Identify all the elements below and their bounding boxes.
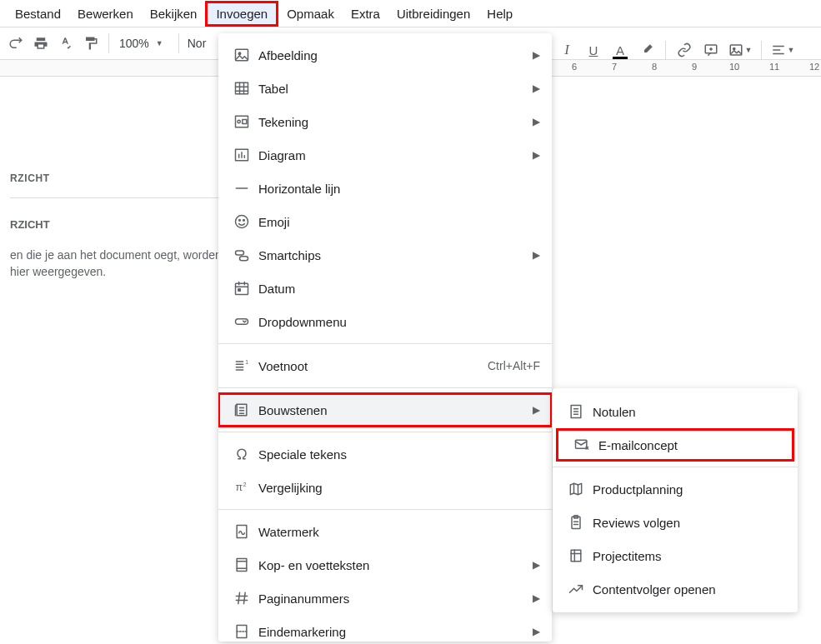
submenu-item-email[interactable]: E-mailconcept — [556, 428, 794, 462]
menu-extra[interactable]: Extra — [343, 3, 388, 24]
menu-item-label: Tekening — [258, 115, 533, 129]
submenu-arrow-icon: ▶ — [533, 249, 540, 261]
paint-format-icon[interactable] — [81, 33, 101, 53]
break-icon — [230, 623, 253, 640]
headers-icon — [230, 557, 253, 573]
insert-menu-item-watermark[interactable]: Watermerk — [218, 515, 552, 548]
menu-help[interactable]: Help — [478, 3, 521, 24]
email-icon — [570, 437, 593, 453]
svg-rect-12 — [236, 251, 244, 255]
svg-point-7 — [238, 120, 240, 122]
menu-bewerken[interactable]: Bewerken — [69, 3, 142, 24]
insert-menu-item-dropdown[interactable]: Dropdownmenu — [218, 305, 552, 338]
menu-item-label: Emoji — [258, 215, 540, 229]
menu-item-label: Tabel — [258, 82, 533, 96]
insert-image-button[interactable]: ▼ — [727, 39, 753, 61]
outline-title-2: RZICHT — [10, 218, 240, 231]
insert-menu-dropdown: Afbeelding▶Tabel▶Tekening▶Diagram▶Horizo… — [218, 33, 552, 642]
zoom-selector[interactable]: 100% ▼ — [119, 37, 168, 50]
insert-menu-item-hr[interactable]: Horizontale lijn — [218, 172, 552, 205]
spellcheck-icon[interactable] — [56, 33, 76, 53]
smartchips-icon — [230, 247, 253, 263]
submenu-arrow-icon: ▶ — [533, 404, 540, 416]
submenu-item-notes[interactable]: Notulen — [553, 395, 798, 428]
insert-menu-item-drawing[interactable]: Tekening▶ — [218, 105, 552, 138]
menu-item-label: Vergelijking — [258, 481, 540, 495]
svg-point-2 — [733, 47, 734, 49]
menu-item-label: Afbeelding — [258, 48, 533, 62]
table-icon — [230, 80, 253, 97]
submenu-item-label: Productplanning — [593, 482, 786, 497]
redo-icon[interactable] — [6, 33, 26, 53]
insert-menu-item-footnote[interactable]: 1VoetnootCtrl+Alt+F — [218, 349, 552, 382]
zoom-value: 100% — [119, 37, 149, 50]
menu-bestand[interactable]: Bestand — [7, 3, 69, 24]
watermark-icon — [230, 523, 253, 540]
insert-menu-item-pi[interactable]: π2Vergelijking — [218, 471, 552, 504]
image-icon — [230, 47, 253, 63]
menubar: BestandBewerkenBekijkenInvoegenOpmaakExt… — [0, 0, 821, 27]
italic-button[interactable]: I — [556, 39, 578, 61]
menu-item-label: Bouwstenen — [258, 403, 533, 417]
hash-icon — [230, 590, 253, 607]
svg-rect-22 — [237, 559, 247, 572]
menu-item-label: Watermerk — [258, 525, 540, 539]
menu-item-label: Eindemarkering — [258, 625, 533, 639]
insert-menu-item-smartchips[interactable]: Smartchips▶ — [218, 238, 552, 272]
submenu-arrow-icon: ▶ — [533, 116, 540, 127]
underline-button[interactable]: U — [583, 39, 604, 61]
submenu-item-project[interactable]: Projectitems — [553, 539, 798, 572]
insert-menu-item-hash[interactable]: Paginanummers▶ — [218, 582, 552, 615]
menu-item-label: Dropdownmenu — [258, 315, 540, 329]
notes-icon — [564, 403, 588, 420]
insert-menu-item-date[interactable]: Datum — [218, 272, 552, 305]
insert-menu-item-table[interactable]: Tabel▶ — [218, 72, 552, 105]
insert-menu-item-chart[interactable]: Diagram▶ — [218, 138, 552, 172]
svg-text:π: π — [236, 482, 243, 493]
svg-rect-3 — [236, 49, 248, 60]
outline-empty-desc: en die je aan het document oegt, worden … — [10, 247, 240, 280]
drawing-icon — [230, 113, 253, 130]
insert-menu-item-blocks[interactable]: Bouwstenen▶ — [218, 393, 552, 427]
project-icon — [564, 547, 588, 564]
submenu-arrow-icon: ▶ — [533, 592, 540, 604]
insert-menu-item-image[interactable]: Afbeelding▶ — [218, 38, 552, 72]
menu-uitbreidingen[interactable]: Uitbreidingen — [388, 3, 478, 24]
submenu-arrow-icon: ▶ — [533, 149, 540, 161]
map-icon — [564, 481, 588, 497]
menu-item-label: Speciale tekens — [258, 447, 540, 462]
menu-invoegen[interactable]: Invoegen — [205, 1, 278, 27]
menu-item-label: Paginanummers — [258, 592, 533, 606]
svg-rect-15 — [238, 289, 241, 292]
menu-item-label: Voetnoot — [258, 359, 488, 373]
svg-rect-16 — [236, 319, 248, 325]
submenu-item-map[interactable]: Productplanning — [553, 472, 798, 506]
outline-panel: RZICHT + RZICHT en die je aan het docume… — [0, 77, 250, 280]
menu-item-label: Smartchips — [258, 248, 533, 262]
menu-bekijken[interactable]: Bekijken — [142, 3, 206, 24]
submenu-arrow-icon: ▶ — [533, 82, 540, 94]
highlight-color-button[interactable] — [636, 39, 658, 61]
align-button[interactable]: ▼ — [769, 39, 796, 61]
insert-menu-item-omega[interactable]: Speciale tekens — [218, 437, 552, 471]
paragraph-style[interactable]: Nor — [188, 37, 207, 50]
submenu-item-clipboard[interactable]: Reviews volgen — [553, 506, 798, 539]
svg-point-10 — [239, 220, 241, 222]
insert-link-button[interactable] — [673, 39, 695, 61]
menu-opmaak[interactable]: Opmaak — [278, 3, 343, 24]
menu-item-label: Diagram — [258, 148, 533, 162]
blocks-icon — [230, 402, 253, 418]
insert-menu-item-emoji[interactable]: Emoji — [218, 205, 552, 238]
add-comment-button[interactable] — [700, 39, 722, 61]
hr-icon — [230, 180, 253, 197]
text-color-button[interactable]: A — [609, 39, 631, 61]
submenu-item-trend[interactable]: Contentvolger openen — [553, 572, 798, 606]
print-icon[interactable] — [31, 33, 51, 53]
footnote-icon: 1 — [230, 357, 253, 374]
insert-menu-item-break[interactable]: Eindemarkering▶ — [218, 615, 552, 642]
insert-menu-item-headers[interactable]: Kop- en voetteksten▶ — [218, 548, 552, 582]
svg-text:1: 1 — [245, 359, 248, 365]
submenu-arrow-icon: ▶ — [533, 626, 540, 637]
pi-icon: π2 — [230, 479, 253, 496]
svg-point-9 — [236, 216, 248, 228]
